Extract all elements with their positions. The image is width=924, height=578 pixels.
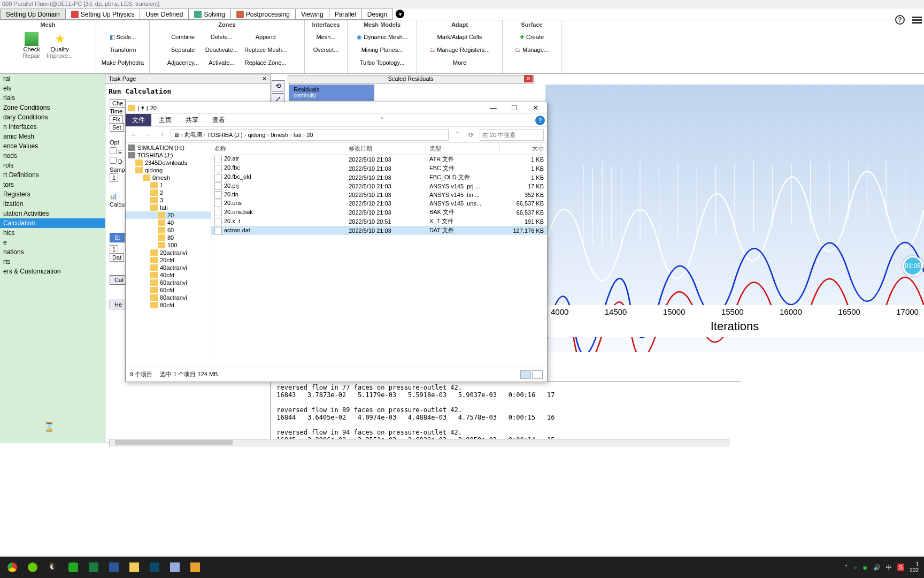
append-button[interactable]: Append: [244, 31, 287, 43]
file-list[interactable]: 名称 修改日期 类型 大小 20.atr2022/5/10 21:03ATR 文…: [211, 143, 547, 368]
tray-sogou-icon[interactable]: S: [897, 564, 904, 571]
tree-item[interactable]: tors: [0, 180, 105, 189]
col-size[interactable]: 大小: [500, 143, 547, 155]
edge-taskbar-icon[interactable]: [23, 559, 42, 576]
tree-item[interactable]: ral: [0, 74, 105, 83]
replace-zone-button[interactable]: Replace Zone...: [244, 57, 287, 69]
horizontal-scrollbar[interactable]: [109, 439, 729, 446]
samp-input[interactable]: 1: [110, 173, 118, 182]
file-row[interactable]: actran.dat2022/5/10 21:03DAT 文件127,176 K…: [211, 226, 547, 235]
explorer-help-icon[interactable]: ?: [535, 116, 545, 125]
file-row[interactable]: 20.atr2022/5/10 21:03ATR 文件1 KB: [211, 155, 547, 164]
nav-forward-icon[interactable]: →: [143, 131, 153, 139]
interfaces-mesh-button[interactable]: Mesh...: [308, 31, 344, 43]
nav-tree-node[interactable]: 80actranvi: [126, 294, 211, 301]
nav-refresh-icon[interactable]: ⟳: [466, 131, 476, 139]
fixed-select[interactable]: Fix: [110, 115, 123, 124]
make-polyhedra-button[interactable]: Make Polyhedra: [99, 57, 146, 69]
app-taskbar-icon[interactable]: [145, 559, 164, 576]
tree-item[interactable]: rols: [0, 161, 105, 170]
file-row[interactable]: 20.fbc_old2022/5/10 21:03FBC_OLD 文件1 KB: [211, 173, 547, 182]
file-row[interactable]: 20.tin2022/5/10 21:03ANSYS v145 .tin ...…: [211, 191, 547, 199]
tree-item[interactable]: ulation Activities: [0, 209, 105, 218]
tray-bluetooth-icon[interactable]: ⟐: [853, 564, 857, 571]
quality-button[interactable]: ★QualityImprove...: [43, 30, 76, 61]
breadcrumb[interactable]: 🖥›此电脑›TOSHIBA (J:)›qidong›0mesh›fati›20: [171, 129, 449, 141]
chrome-taskbar-icon[interactable]: [3, 559, 22, 576]
check-button[interactable]: CheckRepair: [20, 30, 43, 61]
tree-item[interactable]: ers & Customization: [0, 267, 105, 276]
ribbon-collapse-icon[interactable]: ˄: [380, 117, 383, 124]
explorer-nav-tree[interactable]: SIMULATION (H:)TOSHIBA (J:)2345Downloads…: [126, 143, 211, 368]
tree-item[interactable]: rials: [0, 93, 105, 103]
dynamic-mesh-button[interactable]: ◉ Dynamic Mesh...: [351, 31, 413, 43]
start-button[interactable]: St: [110, 233, 125, 242]
tray-volume-icon[interactable]: 🔊: [873, 564, 881, 571]
window-maximize-icon[interactable]: ☐: [505, 104, 524, 112]
deactivate-button[interactable]: Deactivate...: [205, 44, 238, 56]
tree-item[interactable]: e: [0, 238, 105, 247]
help-icon[interactable]: ?: [895, 15, 905, 25]
adapt-more-button[interactable]: More: [420, 57, 499, 69]
overset-button[interactable]: Overset...: [308, 44, 344, 56]
nav-tree-node[interactable]: qidong: [126, 166, 211, 174]
nav-tree-node[interactable]: 60: [126, 226, 211, 234]
file-row[interactable]: 20.uns2022/5/10 21:03ANSYS v145 .uns...6…: [211, 199, 547, 208]
crumb[interactable]: TOSHIBA (J:): [207, 132, 242, 138]
tree-item[interactable]: dary Conditions: [0, 112, 105, 122]
separate-button[interactable]: Separate: [167, 44, 199, 56]
file-menu-tab[interactable]: 文件: [126, 114, 151, 126]
qq-taskbar-icon[interactable]: 🐧: [43, 559, 63, 576]
tab-setting-up-domain[interactable]: Setting Up Domain: [0, 9, 66, 20]
word-taskbar-icon[interactable]: [104, 559, 124, 576]
tree-item[interactable]: rts: [0, 257, 105, 267]
crumb[interactable]: 0mesh: [271, 132, 288, 138]
adjacency-button[interactable]: Adjacency...: [167, 57, 199, 69]
set-input[interactable]: Set: [110, 123, 124, 132]
menu-bars-icon[interactable]: [912, 16, 922, 25]
tree-item[interactable]: rt Definitions: [0, 170, 105, 180]
notepad-taskbar-icon[interactable]: [165, 559, 184, 576]
nav-tree-node[interactable]: 60actranvi: [126, 279, 211, 286]
mark-adapt-button[interactable]: Mark/Adapt Cells: [420, 31, 499, 43]
home-menu-tab[interactable]: 主页: [152, 114, 178, 126]
dat-input[interactable]: Dat: [110, 253, 124, 262]
file-row[interactable]: 20.prj2022/5/10 21:03ANSYS v145 .prj ...…: [211, 182, 547, 191]
view-large-icon[interactable]: [532, 370, 543, 379]
nav-tree-node[interactable]: 60cfd: [126, 286, 211, 294]
tray-time[interactable]: 1 202: [910, 561, 919, 573]
residuals-tab[interactable]: Scaled Residuals: [288, 75, 534, 83]
opt-d-checkbox[interactable]: [110, 157, 117, 164]
delete-button[interactable]: Delete...: [205, 31, 238, 43]
nav-tree-node[interactable]: 0mesh: [126, 174, 211, 181]
actran-taskbar-icon[interactable]: [186, 559, 205, 576]
extra-drop-icon[interactable]: ▾: [396, 10, 404, 18]
tree-item[interactable]: Registers: [0, 189, 105, 199]
crumb[interactable]: 20: [306, 132, 313, 138]
tab-parallel[interactable]: Parallel: [329, 9, 362, 20]
wechat-taskbar-icon[interactable]: [64, 559, 83, 576]
tree-item[interactable]: hics: [0, 228, 105, 238]
nav-tree-node[interactable]: fati: [126, 204, 211, 211]
tree-item[interactable]: lization: [0, 199, 105, 209]
help-button[interactable]: He: [110, 300, 127, 309]
file-row[interactable]: 20.uns.bak2022/5/10 21:03BAK 文件66,537 KB: [211, 208, 547, 217]
refresh-button[interactable]: ⟲: [272, 80, 284, 92]
nav-tree-node[interactable]: 20: [126, 211, 211, 219]
addr-dropdown-icon[interactable]: ˅: [452, 131, 463, 139]
tree-item[interactable]: n Interfaces: [0, 122, 105, 132]
tray-up-icon[interactable]: ˄: [845, 564, 848, 571]
opt-e-checkbox[interactable]: [110, 147, 117, 154]
tray-wechat-icon[interactable]: ◉: [863, 564, 868, 571]
mixing-planes-button[interactable]: Mixing Planes...: [351, 44, 413, 56]
surface-create-button[interactable]: ✚ Create: [506, 31, 558, 43]
transform-button[interactable]: Transform: [99, 44, 146, 56]
nav-tree-node[interactable]: 3: [126, 196, 211, 204]
tree-item[interactable]: amic Mesh: [0, 132, 105, 141]
nav-tree-node[interactable]: 2: [126, 189, 211, 196]
nav-tree-node[interactable]: 40: [126, 219, 211, 226]
nav-tree-node[interactable]: 80: [126, 234, 211, 241]
tree-item[interactable]: nods: [0, 151, 105, 161]
nav-tree-node[interactable]: 40actranvi: [126, 264, 211, 271]
nav-tree-node[interactable]: 100: [126, 241, 211, 249]
